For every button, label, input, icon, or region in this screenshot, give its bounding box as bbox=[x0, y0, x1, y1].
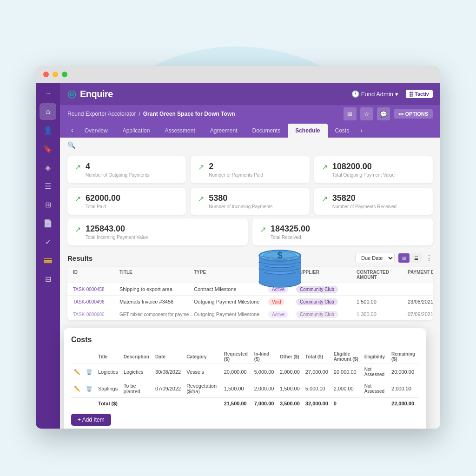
delete-icon[interactable]: 🗑️ bbox=[86, 369, 93, 375]
sidebar-item-bookmark[interactable]: 🔖 bbox=[40, 140, 56, 157]
col-header-title: Title bbox=[95, 350, 121, 364]
due-date-select[interactable]: Due Date bbox=[355, 253, 395, 263]
more-options-icon[interactable]: ⋮ bbox=[425, 254, 433, 263]
stat-card-incoming-payments: ↗ 5380 Number of Incoming Payments bbox=[191, 188, 309, 215]
breadcrumb: Round Exporter Accelerator / Grant Green… bbox=[67, 111, 235, 117]
results-table: ID Title Type Stage Supplier Contracted … bbox=[67, 267, 433, 320]
table-row[interactable]: TASK-0000496 Materials Invoice #3456 Out… bbox=[67, 296, 433, 308]
stat-card-payments-received: ↗ 35820 Number of Payments Received bbox=[314, 188, 433, 215]
breadcrumb-actions: ✉ ☆ 💬 ••• OPTIONS bbox=[344, 107, 433, 120]
tab-overview[interactable]: Overview bbox=[77, 124, 115, 138]
cost-eligibility: Not Assessed bbox=[362, 380, 389, 398]
sidebar-item-copy[interactable]: ⊟ bbox=[40, 271, 56, 287]
col-header-id: ID bbox=[73, 270, 119, 280]
results-title: Results bbox=[67, 254, 93, 262]
sidebar-item-home[interactable]: ⌂ bbox=[40, 103, 56, 120]
tab-documents[interactable]: Documents bbox=[245, 124, 288, 138]
cost-title: Saplings bbox=[95, 380, 121, 398]
browser-chrome bbox=[36, 66, 440, 83]
stats-grid: ↗ 4 Number of Outgoing Payments ↗ 2 Numb… bbox=[60, 152, 440, 218]
costs-row: ✏️ 🗑️ Saplings To be planted 07/09/2022 … bbox=[71, 380, 419, 398]
stat-card-payments-paid: ↗ 2 Number of Payments Paid bbox=[191, 156, 309, 183]
cost-description: Logictics bbox=[121, 364, 152, 380]
logo-icon: ◎ bbox=[67, 88, 76, 100]
task-id: TASK-0000458 bbox=[73, 287, 119, 292]
trend-up-icon: ↗ bbox=[75, 225, 81, 234]
chat-icon-button[interactable]: 💬 bbox=[377, 107, 390, 120]
stat-value: 35820 bbox=[332, 193, 397, 203]
col-header-supplier: Supplier bbox=[296, 270, 357, 280]
trend-up-icon: ↗ bbox=[322, 163, 328, 172]
stat-card-incoming-value: ↗ 125843.00 Total Incoming Payment Value bbox=[67, 218, 248, 245]
task-title: Shipping to export area bbox=[119, 286, 194, 292]
breadcrumb-parent[interactable]: Round Exporter Accelerator bbox=[67, 111, 136, 117]
tab-agreement[interactable]: Agreement bbox=[203, 124, 245, 138]
minimize-dot[interactable] bbox=[53, 72, 58, 77]
table-row[interactable]: TASK-0000600 GET mixed component for pay… bbox=[67, 308, 433, 320]
cost-total: 5,000.00 bbox=[303, 380, 331, 398]
cost-date: 07/09/2022 bbox=[152, 380, 184, 398]
task-contracted: 1,300.00 bbox=[357, 311, 408, 317]
sidebar-item-list[interactable]: ☰ bbox=[40, 178, 56, 194]
fund-admin-menu[interactable]: 🕐 Fund Admin ▾ bbox=[351, 90, 398, 98]
task-stage: Void bbox=[268, 299, 296, 304]
sidebar-item-payment[interactable]: 💳 bbox=[40, 252, 56, 269]
col-header-payment-date: Payment Date bbox=[408, 270, 433, 280]
task-title: Materials Invoice #3456 bbox=[119, 299, 194, 304]
tab-application[interactable]: Application bbox=[115, 124, 158, 138]
tab-costs[interactable]: Costs bbox=[328, 124, 357, 138]
task-payment-date: 23/08/2021 bbox=[408, 299, 433, 304]
tactiv-dots-icon bbox=[410, 92, 413, 97]
costs-total-row: Total ($) 21,500.00 7,000.00 3,500.00 32… bbox=[71, 397, 419, 409]
delete-icon[interactable]: 🗑️ bbox=[86, 386, 93, 391]
cost-remaining: 2,000.00 bbox=[389, 380, 419, 398]
tab-prev-button[interactable]: ‹ bbox=[67, 123, 77, 138]
edit-icon[interactable]: ✏️ bbox=[74, 369, 80, 375]
cost-requested: 1,500.00 bbox=[221, 380, 251, 398]
total-label: Total ($) bbox=[95, 397, 221, 409]
cost-title: Logictics bbox=[95, 364, 121, 380]
sidebar-item-layers[interactable]: ◈ bbox=[40, 159, 56, 176]
cost-inkind: 2,000.00 bbox=[251, 380, 277, 398]
options-button[interactable]: ••• OPTIONS bbox=[394, 109, 433, 119]
stats-grid-row2: ↗ 125843.00 Total Incoming Payment Value… bbox=[60, 218, 440, 249]
sidebar: → ⌂ 👤 🔖 ◈ ☰ ⊞ 📄 ✓ 💳 ⊟ bbox=[36, 83, 60, 429]
email-icon-button[interactable]: ✉ bbox=[344, 107, 357, 120]
sidebar-item-grid[interactable]: ⊞ bbox=[40, 196, 56, 213]
col-header-eligible: Eligible Amount ($) bbox=[331, 350, 362, 364]
costs-table: Title Description Date Category Requeste… bbox=[71, 350, 419, 409]
task-supplier: Community Club bbox=[296, 286, 357, 292]
sidebar-item-document[interactable]: 📄 bbox=[40, 215, 56, 231]
breadcrumb-separator: / bbox=[139, 111, 140, 117]
task-id: TASK-0000600 bbox=[73, 312, 119, 317]
stat-label: Number of Payments Received bbox=[332, 204, 397, 209]
cost-date: 30/08/2022 bbox=[152, 364, 184, 380]
costs-panel: Costs Title Description Date Category Re… bbox=[64, 328, 426, 429]
task-title: GET mixed component for payment of 1300 bbox=[119, 312, 194, 317]
maximize-dot[interactable] bbox=[62, 72, 67, 77]
tab-next-button[interactable]: › bbox=[357, 123, 366, 138]
col-header-description: Description bbox=[121, 350, 152, 364]
results-controls: Due Date ⊞ ☰ ⋮ bbox=[355, 253, 433, 263]
add-item-button[interactable]: + Add Item bbox=[71, 414, 111, 426]
costs-row: ✏️ 🗑️ Logictics Logictics 30/08/2022 Ves… bbox=[71, 364, 419, 380]
sidebar-collapse-button[interactable]: → bbox=[40, 86, 56, 99]
star-icon-button[interactable]: ☆ bbox=[360, 107, 373, 120]
task-supplier: Community Club bbox=[296, 311, 357, 317]
task-type: Contract Milestone bbox=[194, 286, 268, 292]
col-header-inkind: In-kind ($) bbox=[251, 350, 277, 364]
list-view-button[interactable]: ☰ bbox=[410, 253, 422, 263]
tab-assessment[interactable]: Assessment bbox=[157, 124, 202, 138]
total-remaining: 22,000.00 bbox=[389, 397, 419, 409]
top-navbar: ◎ Enquire 🕐 Fund Admin ▾ bbox=[60, 83, 440, 105]
trend-up-icon: ↗ bbox=[75, 194, 81, 203]
tab-schedule[interactable]: Schedule bbox=[288, 124, 327, 138]
grid-view-button[interactable]: ⊞ bbox=[398, 253, 410, 263]
col-header-remaining: Remaining ($) bbox=[389, 350, 419, 364]
sidebar-item-user[interactable]: 👤 bbox=[40, 122, 56, 139]
col-header-type: Type bbox=[194, 270, 268, 280]
edit-icon[interactable]: ✏️ bbox=[74, 386, 80, 391]
close-dot[interactable] bbox=[43, 72, 49, 77]
sidebar-item-check[interactable]: ✓ bbox=[40, 233, 56, 250]
table-row[interactable]: TASK-0000458 Shipping to export area Con… bbox=[67, 283, 433, 296]
